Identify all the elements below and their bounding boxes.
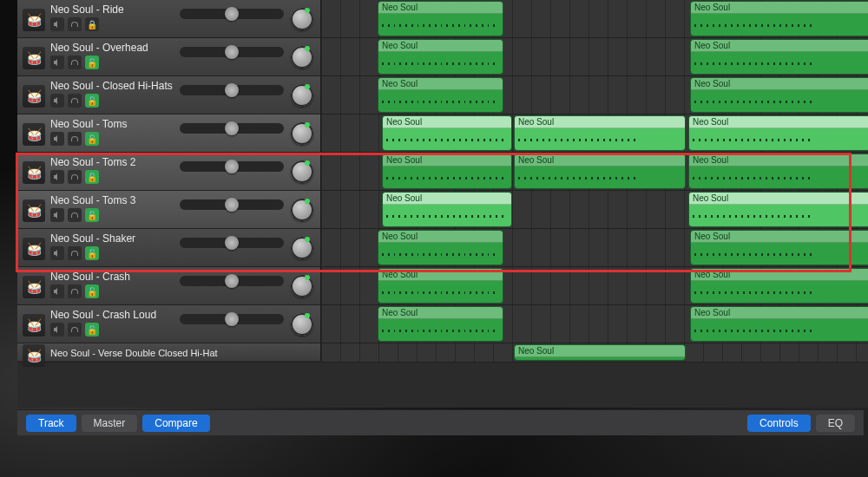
track-row[interactable]: 🥁Neo Soul - Overhead🔓Neo SoulNeo Soul [17,38,868,76]
pan-knob[interactable] [291,160,313,183]
track-header[interactable]: 🥁Neo Soul - Toms 2🔓 [17,153,321,190]
track-header[interactable]: 🥁Neo Soul - Toms 3🔓 [17,191,321,228]
lock-button[interactable]: 🔓 [85,284,99,298]
track-header[interactable]: 🥁Neo Soul - Verse Double Closed Hi-Hat [17,343,321,361]
pan-knob[interactable] [291,46,313,69]
eq-tab[interactable]: EQ [816,415,855,432]
volume-thumb[interactable] [225,45,239,59]
pan-knob[interactable] [291,275,313,297]
headphones-button[interactable] [68,132,82,146]
pan-knob[interactable] [291,237,313,259]
track-row[interactable]: 🥁Neo Soul - Toms🔓Neo SoulNeo SoulNeo Sou… [17,114,868,153]
volume-thumb[interactable] [225,236,239,250]
track-row[interactable]: 🥁Neo Soul - Shaker🔓Neo SoulNeo Soul [17,229,868,267]
midi-region[interactable]: Neo Soul [378,306,503,342]
track-row[interactable]: 🥁Neo Soul - Crash🔓Neo SoulNeo Soul [17,267,868,305]
volume-thumb[interactable] [225,312,239,326]
midi-region[interactable]: Neo Soul [382,154,512,189]
timeline-lane[interactable]: Neo SoulNeo Soul [321,267,868,304]
mute-button[interactable] [50,208,64,222]
mute-button[interactable] [50,56,64,69]
midi-region[interactable]: Neo Soul [688,115,868,151]
timeline-lane[interactable]: Neo SoulNeo Soul [321,76,868,114]
mute-button[interactable] [50,17,64,31]
timeline-lane[interactable]: Neo SoulNeo Soul [321,229,868,266]
timeline-lane[interactable]: Neo SoulNeo Soul [321,305,868,343]
timeline-lane[interactable]: Neo Soul [321,343,868,362]
mute-button[interactable] [50,94,64,108]
mute-button[interactable] [50,170,64,184]
headphones-button[interactable] [68,17,82,31]
headphones-button[interactable] [68,56,82,69]
midi-region[interactable]: Neo Soul [690,268,868,304]
midi-region[interactable]: Neo Soul [690,77,868,113]
lock-button[interactable]: 🔓 [85,56,99,69]
volume-slider[interactable] [180,276,284,286]
headphones-button[interactable] [68,208,82,222]
midi-region[interactable]: Neo Soul [378,230,503,265]
master-tab[interactable]: Master [82,415,138,432]
track-row[interactable]: 🥁Neo Soul - Verse Double Closed Hi-HatNe… [17,343,868,363]
pan-knob[interactable] [291,122,313,145]
volume-thumb[interactable] [225,7,239,21]
timeline-lane[interactable]: Neo SoulNeo Soul [321,38,868,75]
midi-region[interactable]: Neo Soul [514,115,686,151]
controls-tab[interactable]: Controls [747,415,811,432]
track-header[interactable]: 🥁Neo Soul - Shaker🔓 [17,229,321,266]
timeline-lane[interactable]: Neo SoulNeo SoulNeo Soul [321,114,868,152]
midi-region[interactable]: Neo Soul [690,39,868,75]
volume-slider[interactable] [180,314,284,324]
volume-slider[interactable] [180,199,284,210]
track-tab[interactable]: Track [26,415,76,432]
volume-thumb[interactable] [225,83,239,97]
volume-slider[interactable] [180,123,284,134]
volume-slider[interactable] [180,9,284,19]
track-header[interactable]: 🥁Neo Soul - Ride🔒 [17,0,321,37]
lock-button[interactable]: 🔓 [85,170,99,184]
lock-button[interactable]: 🔒 [85,17,99,31]
mute-button[interactable] [50,323,64,337]
volume-slider[interactable] [180,238,284,248]
volume-thumb[interactable] [225,160,239,173]
track-header[interactable]: 🥁Neo Soul - Crash🔓 [17,267,321,304]
track-row[interactable]: 🥁Neo Soul - Crash Loud🔓Neo SoulNeo Soul [17,305,868,343]
midi-region[interactable]: Neo Soul [690,306,868,342]
midi-region[interactable]: Neo Soul [378,39,503,75]
pan-knob[interactable] [291,313,313,336]
midi-region[interactable]: Neo Soul [514,154,686,189]
timeline-lane[interactable]: Neo SoulNeo Soul [321,191,868,228]
volume-thumb[interactable] [225,198,239,212]
midi-region[interactable]: Neo Soul [514,344,686,361]
headphones-button[interactable] [68,284,82,298]
mute-button[interactable] [50,284,64,298]
timeline-lane[interactable]: Neo SoulNeo Soul [321,0,868,37]
lock-button[interactable]: 🔓 [85,94,99,108]
mute-button[interactable] [50,246,64,260]
track-header[interactable]: 🥁Neo Soul - Toms🔓 [17,114,321,152]
midi-region[interactable]: Neo Soul [688,154,868,189]
headphones-button[interactable] [68,94,82,108]
track-header[interactable]: 🥁Neo Soul - Closed Hi-Hats🔓 [17,76,321,114]
midi-region[interactable]: Neo Soul [378,1,503,36]
midi-region[interactable]: Neo Soul [382,192,512,227]
track-header[interactable]: 🥁Neo Soul - Overhead🔓 [17,38,321,75]
midi-region[interactable]: Neo Soul [382,115,512,151]
midi-region[interactable]: Neo Soul [378,268,503,304]
track-row[interactable]: 🥁Neo Soul - Closed Hi-Hats🔓Neo SoulNeo S… [17,76,868,114]
pan-knob[interactable] [291,8,313,30]
midi-region[interactable]: Neo Soul [688,192,868,227]
timeline-lane[interactable]: Neo SoulNeo SoulNeo Soul [321,153,868,190]
track-row[interactable]: 🥁Neo Soul - Toms 2🔓Neo SoulNeo SoulNeo S… [17,153,868,191]
headphones-button[interactable] [68,323,82,337]
mute-button[interactable] [50,132,64,146]
lock-button[interactable]: 🔓 [85,246,99,260]
track-row[interactable]: 🥁Neo Soul - Ride🔒Neo SoulNeo Soul [17,0,868,38]
headphones-button[interactable] [68,170,82,184]
volume-thumb[interactable] [225,121,239,135]
headphones-button[interactable] [68,246,82,260]
track-row[interactable]: 🥁Neo Soul - Toms 3🔓Neo SoulNeo Soul [17,191,868,229]
lock-button[interactable]: 🔓 [85,208,99,222]
volume-slider[interactable] [180,85,284,95]
volume-slider[interactable] [180,161,284,172]
midi-region[interactable]: Neo Soul [690,230,868,265]
